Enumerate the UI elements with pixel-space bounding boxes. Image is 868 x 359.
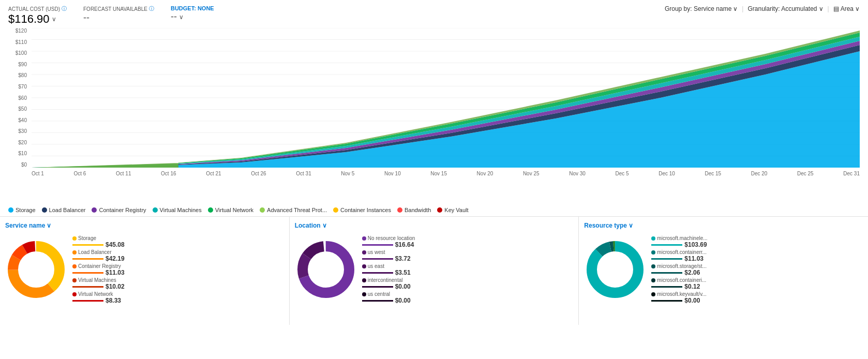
forecast-value: -- xyxy=(83,12,154,23)
granularity-btn[interactable]: Granularity: Accumulated ∨ xyxy=(747,5,823,12)
x-label-dec31: Dec 31 xyxy=(843,171,860,176)
y-label: $0 xyxy=(8,162,27,168)
legend-item[interactable]: Container Instances xyxy=(333,207,391,213)
svg-point-24 xyxy=(21,254,52,285)
x-label-nov20: Nov 20 xyxy=(477,171,493,176)
legend-item[interactable]: Storage xyxy=(8,207,36,213)
panel-legend-label: us east xyxy=(362,263,574,269)
legend-dot xyxy=(42,207,47,213)
x-label-dec20: Dec 20 xyxy=(751,171,768,176)
group-by-btn[interactable]: Group by: Service name ∨ xyxy=(665,5,738,12)
resource-type-title[interactable]: Resource type ∨ xyxy=(584,222,863,229)
chart-type-chevron: ∨ xyxy=(855,5,860,12)
panel-legend-item: microsoft.keyvault/v... $0.00 xyxy=(651,291,863,304)
chart-container: $0 $10 $20 $30 $40 $50 $60 $70 $80 $90 $… xyxy=(8,28,860,183)
budget-caret[interactable]: ∨ xyxy=(179,13,184,21)
x-label-oct26: Oct 26 xyxy=(251,171,266,176)
panel-legend-value: $0.12 xyxy=(684,283,700,290)
svg-point-33 xyxy=(600,254,631,285)
budget-value: -- ∨ xyxy=(171,11,214,22)
legend-dot xyxy=(92,207,97,213)
panel-legend-bar xyxy=(651,272,682,274)
granularity-chevron: ∨ xyxy=(819,5,824,12)
location-legend: No resource location $16.64 us west $3.7… xyxy=(357,233,574,304)
legend-label: Advanced Threat Prot... xyxy=(267,207,327,213)
panel-legend-item: Storage $45.08 xyxy=(72,235,284,248)
forecast-label: FORECAST UNAVAILABLE ⓘ xyxy=(83,5,154,12)
panel-legend-label: Storage xyxy=(72,235,284,241)
chart-type-btn[interactable]: ▤ Area ∨ xyxy=(833,5,860,12)
actual-cost-metric: ACTUAL COST (USD) ⓘ $116.90 ∨ xyxy=(8,5,67,26)
panel-legend-value: $103.69 xyxy=(684,241,707,248)
panel-legend-bar xyxy=(72,258,103,260)
resource-type-chevron: ∨ xyxy=(628,222,633,229)
x-label-oct6: Oct 6 xyxy=(74,171,86,176)
panel-legend-item: Virtual Network $8.33 xyxy=(72,291,284,304)
legend-dot xyxy=(8,207,13,213)
actual-cost-info-icon[interactable]: ⓘ xyxy=(62,5,67,12)
panel-legend-color xyxy=(72,278,77,282)
panel-legend-color xyxy=(651,264,655,268)
panel-legend-color xyxy=(362,250,366,255)
y-label: $10 xyxy=(8,151,27,156)
panel-legend-item: microsoft.containerr... $11.03 xyxy=(651,249,863,262)
panel-legend-label: Load Balancer xyxy=(72,249,284,255)
bottom-panels: Service name ∨ xyxy=(0,216,868,325)
y-label: $110 xyxy=(8,39,27,45)
controls-right: Group by: Service name ∨ | Granularity: … xyxy=(665,5,860,12)
y-label: $40 xyxy=(8,117,27,123)
panel-legend-color xyxy=(651,292,655,296)
svg-point-28 xyxy=(310,254,341,285)
location-panel: Location ∨ No resource location xyxy=(290,217,579,325)
legend-item[interactable]: Key Vault xyxy=(437,207,468,213)
panel-legend-bar xyxy=(362,244,393,246)
panel-legend-color xyxy=(651,250,655,255)
legend-dot xyxy=(153,207,158,213)
chart-area-icon: ▤ xyxy=(833,5,839,12)
panel-legend-bar xyxy=(72,244,103,246)
top-bar: ACTUAL COST (USD) ⓘ $116.90 ∨ FORECAST U… xyxy=(0,0,868,28)
x-label-dec25: Dec 25 xyxy=(797,171,814,176)
legend-label: Storage xyxy=(16,207,36,213)
group-by-chevron: ∨ xyxy=(733,5,738,12)
legend-item[interactable]: Load Balancer xyxy=(42,207,86,213)
metrics-left: ACTUAL COST (USD) ⓘ $116.90 ∨ FORECAST U… xyxy=(8,5,214,26)
panel-legend-label: microsoft.containerr... xyxy=(651,249,863,255)
x-label-nov15: Nov 15 xyxy=(430,171,447,176)
legend-item[interactable]: Bandwidth xyxy=(397,207,431,213)
legend-item[interactable]: Virtual Machines xyxy=(153,207,202,213)
y-axis: $0 $10 $20 $30 $40 $50 $60 $70 $80 $90 $… xyxy=(8,28,29,168)
legend-item[interactable]: Virtual Network xyxy=(208,207,253,213)
forecast-info-icon[interactable]: ⓘ xyxy=(149,5,154,12)
x-label-oct11: Oct 11 xyxy=(116,171,131,176)
x-label-dec5: Dec 5 xyxy=(615,171,628,176)
actual-cost-caret[interactable]: ∨ xyxy=(52,16,56,23)
x-label-oct1: Oct 1 xyxy=(32,171,44,176)
legend-item[interactable]: Advanced Threat Prot... xyxy=(260,207,327,213)
x-label-nov10: Nov 10 xyxy=(384,171,401,176)
resource-type-donut xyxy=(584,238,646,301)
panel-legend-color xyxy=(651,236,655,241)
panel-legend-label: microsoft.machinele... xyxy=(651,235,863,241)
y-label: $100 xyxy=(8,50,27,56)
location-title[interactable]: Location ∨ xyxy=(295,222,574,229)
panel-legend-color xyxy=(362,264,366,268)
legend-label: Load Balancer xyxy=(49,207,86,213)
panel-legend-label: Virtual Network xyxy=(72,291,284,297)
service-name-title[interactable]: Service name ∨ xyxy=(5,222,284,229)
panel-legend-bar xyxy=(72,286,103,288)
x-axis: Oct 1 Oct 6 Oct 11 Oct 16 Oct 21 Oct 26 … xyxy=(32,169,860,183)
panel-legend-value: $45.08 xyxy=(106,241,125,248)
panel-legend-color xyxy=(72,292,77,296)
resource-type-legend: microsoft.machinele... $103.69 microsoft… xyxy=(646,233,863,304)
panel-legend-value: $0.00 xyxy=(684,297,700,304)
panel-legend-color xyxy=(362,278,366,282)
legend-dot xyxy=(397,207,402,213)
legend-item[interactable]: Container Registry xyxy=(92,207,146,213)
service-name-content: Storage $45.08 Load Balancer $42.19 Cont… xyxy=(5,233,284,304)
panel-legend-item: microsoft.storage/st... $2.06 xyxy=(651,263,863,276)
y-label: $70 xyxy=(8,84,27,89)
panel-legend-item: intercontinental $0.00 xyxy=(362,277,574,290)
panel-legend-item: us west $3.72 xyxy=(362,249,574,262)
legend-label: Bandwidth xyxy=(405,207,431,213)
